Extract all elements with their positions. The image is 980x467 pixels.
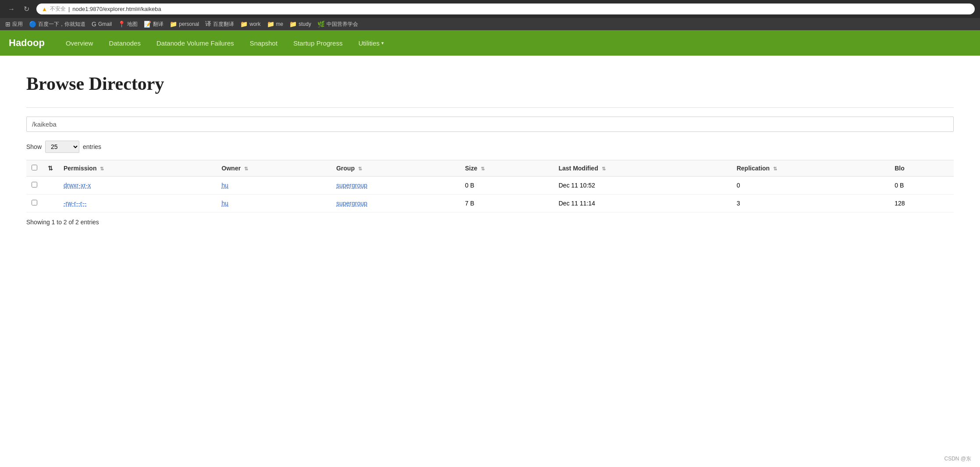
gmail-icon: G <box>92 21 96 28</box>
row1-owner: hu <box>217 177 331 195</box>
nav-utilities[interactable]: Utilities ▾ <box>351 32 392 55</box>
header-replication[interactable]: Replication ⇅ <box>731 160 890 177</box>
bookmark-work[interactable]: 📁 work <box>240 21 260 28</box>
bookmark-personal[interactable]: 📁 personal <box>170 21 199 28</box>
bookmark-work-label: work <box>249 21 260 27</box>
row1-size: 0 B <box>460 177 553 195</box>
maps-icon: 📍 <box>118 21 125 28</box>
header-block: Blo <box>889 160 954 177</box>
row2-owner-link[interactable]: hu <box>222 200 229 207</box>
nav-snapshot[interactable]: Snapshot <box>242 32 285 55</box>
nav-datanodes[interactable]: Datanodes <box>101 32 149 55</box>
main-content: Browse Directory Show 10 25 50 100 entri… <box>0 56 980 243</box>
row2-permission-link[interactable]: -rw-r--r-- <box>64 200 86 207</box>
section-separator <box>26 107 954 108</box>
bookmark-baidu[interactable]: 🔵 百度一下，你就知道 <box>29 21 85 28</box>
header-size[interactable]: Size ⇅ <box>460 160 553 177</box>
browser-chrome: → ↻ ▲ 不安全 | node1:9870/explorer.html#/ka… <box>0 0 980 18</box>
bookmark-personal-label: personal <box>179 21 199 27</box>
block-label: Blo <box>895 165 905 172</box>
bookmark-apps-label: 应用 <box>12 21 23 28</box>
row1-permission-link[interactable]: drwxr-xr-x <box>64 182 91 189</box>
row1-block: 0 B <box>889 177 954 195</box>
bookmarks-bar: ⊞ 应用 🔵 百度一下，你就知道 G Gmail 📍 地图 📝 翻译 📁 per… <box>0 18 980 30</box>
entries-select[interactable]: 10 25 50 100 <box>45 141 79 153</box>
permission-sort-icon: ⇅ <box>100 166 104 171</box>
nav-overview[interactable]: Overview <box>58 32 101 55</box>
bookmark-translate-label: 翻译 <box>153 21 163 28</box>
owner-sort-icon: ⇅ <box>244 166 248 171</box>
address-bar[interactable]: ▲ 不安全 | node1:9870/explorer.html#/kaikeb… <box>36 4 975 14</box>
bookmark-study[interactable]: 📁 study <box>289 21 311 28</box>
row2-group: supergroup <box>331 195 460 212</box>
back-button[interactable]: → <box>5 4 18 14</box>
header-checkbox-col <box>26 160 43 177</box>
path-input[interactable] <box>26 117 954 132</box>
bookmark-baidu-translate[interactable]: 译 百度翻译 <box>205 20 234 28</box>
table-header-row: ⇅ Permission ⇅ Owner ⇅ Group ⇅ Size ⇅ <box>26 160 954 177</box>
show-entries-row: Show 10 25 50 100 entries <box>26 141 954 153</box>
row1-permission: drwxr-xr-x <box>58 177 217 195</box>
row2-block: 128 <box>889 195 954 212</box>
row2-last-modified: Dec 11 11:14 <box>553 195 731 212</box>
row2-replication: 3 <box>731 195 890 212</box>
bookmark-nutrition[interactable]: 🌿 中国营养学会 <box>317 21 358 28</box>
bookmark-apps[interactable]: ⊞ 应用 <box>5 21 23 28</box>
table-body: drwxr-xr-x hu supergroup 0 B Dec 11 10:5… <box>26 177 954 212</box>
baidu-icon: 🔵 <box>29 21 36 28</box>
translate-icon: 📝 <box>144 21 151 28</box>
bookmark-maps[interactable]: 📍 地图 <box>118 21 138 28</box>
bookmark-baidu-translate-label: 百度翻译 <box>213 21 234 28</box>
nutrition-icon: 🌿 <box>317 21 325 28</box>
utilities-dropdown-arrow: ▾ <box>381 40 384 46</box>
row1-last-modified: Dec 11 10:52 <box>553 177 731 195</box>
header-sort-icon[interactable]: ⇅ <box>43 160 58 177</box>
navbar: Hadoop Overview Datanodes Datanode Volum… <box>0 30 980 56</box>
header-group[interactable]: Group ⇅ <box>331 160 460 177</box>
showing-info: Showing 1 to 2 of 2 entries <box>26 219 954 226</box>
owner-label: Owner <box>222 165 241 172</box>
apps-icon: ⊞ <box>5 21 11 28</box>
warning-icon: ▲ <box>42 6 47 12</box>
bookmark-gmail-label: Gmail <box>98 21 112 27</box>
select-all-checkbox[interactable] <box>32 165 37 170</box>
bookmark-me[interactable]: 📁 me <box>267 21 284 28</box>
row2-size: 7 B <box>460 195 553 212</box>
row2-checkbox-cell <box>26 195 43 212</box>
size-sort-icon: ⇅ <box>481 166 485 171</box>
row2-owner: hu <box>217 195 331 212</box>
row1-group: supergroup <box>331 177 460 195</box>
insecure-label: 不安全 <box>50 5 66 13</box>
row1-group-link[interactable]: supergroup <box>336 182 367 189</box>
size-label: Size <box>465 165 477 172</box>
refresh-button[interactable]: ↻ <box>21 4 32 14</box>
header-last-modified[interactable]: Last Modified ⇅ <box>553 160 731 177</box>
last-modified-sort-icon: ⇅ <box>602 166 606 171</box>
row1-checkbox[interactable] <box>32 182 37 188</box>
replication-label: Replication <box>737 165 770 172</box>
header-owner[interactable]: Owner ⇅ <box>217 160 331 177</box>
permission-label: Permission <box>64 165 96 172</box>
url-text: node1:9870/explorer.html#/kaikeba <box>72 6 161 12</box>
row2-empty-col <box>43 195 58 212</box>
row1-owner-link[interactable]: hu <box>222 182 229 189</box>
bookmark-study-label: study <box>298 21 311 27</box>
navbar-brand[interactable]: Hadoop <box>9 30 53 56</box>
header-permission[interactable]: Permission ⇅ <box>58 160 217 177</box>
nav-startup-progress[interactable]: Startup Progress <box>285 32 351 55</box>
folder-me-icon: 📁 <box>267 21 274 28</box>
row2-checkbox[interactable] <box>32 200 37 205</box>
row1-replication: 0 <box>731 177 890 195</box>
row1-checkbox-cell <box>26 177 43 195</box>
last-modified-label: Last Modified <box>558 165 598 172</box>
nav-datanode-volume-failures[interactable]: Datanode Volume Failures <box>149 32 242 55</box>
table-row: drwxr-xr-x hu supergroup 0 B Dec 11 10:5… <box>26 177 954 195</box>
directory-table: ⇅ Permission ⇅ Owner ⇅ Group ⇅ Size ⇅ <box>26 160 954 212</box>
bookmark-translate[interactable]: 📝 翻译 <box>144 21 163 28</box>
url-separator: | <box>68 6 70 12</box>
sort-all-icon: ⇅ <box>48 165 53 172</box>
bookmark-gmail[interactable]: G Gmail <box>92 21 112 28</box>
nav-buttons: → ↻ <box>5 4 32 14</box>
row2-group-link[interactable]: supergroup <box>336 200 367 207</box>
baidu-translate-icon: 译 <box>205 20 211 28</box>
